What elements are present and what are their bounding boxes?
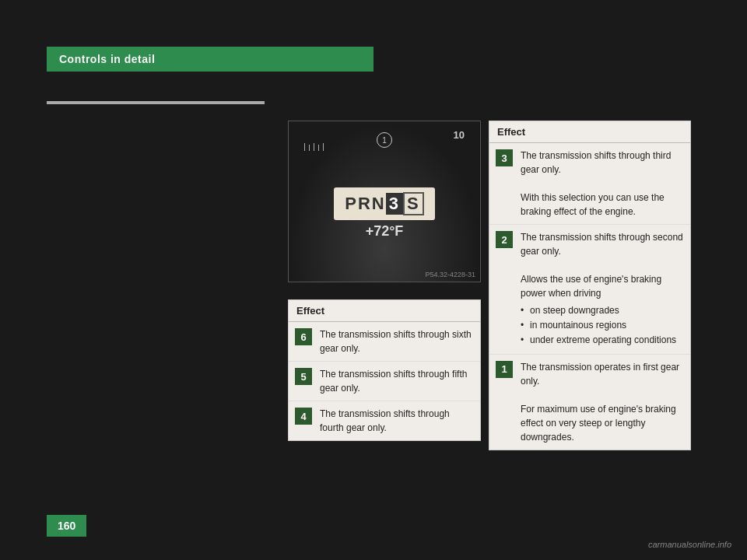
gear-badge-2: 2 [496, 231, 513, 248]
table-left-header: Effect [289, 300, 480, 322]
selector-indicator: S [403, 192, 424, 215]
table-right-header: Effect [489, 121, 690, 143]
gauge-number: 10 [454, 129, 465, 141]
cell-text-5: The transmission shifts through fifth ge… [320, 367, 474, 395]
dashboard-image: 10 1 PRN3S +72°F P54.32-4228-31 [288, 121, 481, 282]
bullet-item: in mountainous regions [521, 318, 684, 333]
cell-text-4: The transmission shifts through fourth g… [320, 407, 474, 435]
section-divider [47, 101, 265, 104]
table-row: 2 The transmission shifts through second… [489, 225, 690, 355]
bullet-item: on steep downgrades [521, 303, 684, 318]
cell-text-3: The transmission shifts through third ge… [521, 149, 684, 219]
image-caption: P54.32-4228-31 [425, 271, 475, 278]
page-number: 160 [47, 515, 86, 537]
cell-text-1: The transmission operates in first gear … [521, 360, 684, 444]
site-logo: carmanualsonline.info [648, 540, 731, 549]
table-right: Effect 3 The transmission shifts through… [489, 121, 691, 450]
callout-circle: 1 [377, 132, 392, 148]
gear-badge-6: 6 [295, 328, 312, 345]
gear-badge-3: 3 [496, 149, 513, 166]
cell-text-6: The transmission shifts through sixth ge… [320, 327, 474, 355]
table-row: 1 The transmission operates in first gea… [489, 355, 690, 450]
prn-display: PRN3S [334, 187, 434, 220]
prn-text: PRN3S [345, 194, 423, 213]
gear-badge-1: 1 [496, 361, 513, 378]
temp-display: +72°F [366, 223, 404, 240]
header-bar: Controls in detail [47, 47, 374, 72]
gear-badge-4: 4 [295, 408, 312, 425]
table-row: 5 The transmission shifts through fifth … [289, 362, 480, 401]
header-title: Controls in detail [59, 53, 155, 65]
table-row: 3 The transmission shifts through third … [489, 143, 690, 225]
gear-indicator: 3 [386, 193, 403, 215]
table-row: 4 The transmission shifts through fourth… [289, 401, 480, 440]
gauge-ticks [304, 143, 324, 151]
table-left: Effect 6 The transmission shifts through… [288, 299, 481, 441]
table-row: 6 The transmission shifts through sixth … [289, 322, 480, 362]
bullet-list-2: on steep downgrades in mountainous regio… [521, 303, 684, 348]
gear-badge-5: 5 [295, 368, 312, 385]
bullet-item: under extreme operating conditions [521, 333, 684, 348]
cell-text-2: The transmission shifts through second g… [521, 230, 684, 348]
gauge-background: 10 1 PRN3S +72°F P54.32-4228-31 [289, 121, 480, 282]
